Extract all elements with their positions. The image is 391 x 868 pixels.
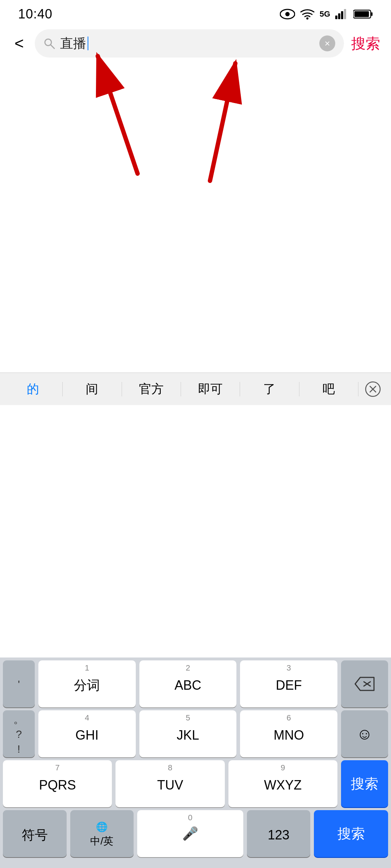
search-button[interactable]: 搜索	[351, 34, 380, 54]
key-zhong[interactable]: 🌐 中/英	[70, 810, 134, 857]
key-punct-1[interactable]: '	[3, 660, 35, 707]
key-fuho[interactable]: 符号	[3, 810, 67, 857]
svg-rect-3	[335, 16, 337, 19]
key-tuv[interactable]: 8 TUV	[115, 760, 224, 807]
key-abc[interactable]: 2 ABC	[139, 660, 237, 707]
keyboard: ' 1 分词 2 ABC 3 DEF	[0, 658, 391, 868]
wifi-icon	[300, 8, 315, 20]
search-icon	[43, 38, 55, 49]
suggestion-item-1[interactable]: 间	[63, 377, 121, 401]
key-search-bottom[interactable]: 搜索	[314, 810, 388, 857]
status-time: 10:40	[18, 7, 52, 22]
backspace-icon	[354, 676, 375, 692]
key-jkl[interactable]: 5 JKL	[139, 710, 237, 757]
key-delete[interactable]	[341, 660, 388, 707]
status-icons: 5G	[280, 8, 373, 20]
signal-bars	[335, 9, 348, 20]
svg-rect-5	[341, 11, 343, 19]
search-input[interactable]: 直播	[60, 35, 314, 52]
key-space[interactable]: 0 🎤	[137, 810, 243, 857]
suggestion-item-5[interactable]: 吧	[299, 377, 358, 401]
suggestion-item-4[interactable]: 了	[240, 377, 299, 401]
signal-5g: 5G	[320, 9, 330, 19]
text-cursor	[88, 37, 88, 50]
keyboard-row-4: 符号 🌐 中/英 0 🎤 123 搜索	[0, 807, 391, 868]
status-bar: 10:40 5G	[0, 0, 391, 25]
clear-button[interactable]: ×	[319, 35, 335, 51]
svg-line-11	[51, 45, 54, 48]
suggestion-item-0[interactable]: 的	[4, 377, 62, 401]
eye-icon	[280, 8, 295, 20]
key-123[interactable]: 123	[247, 810, 311, 857]
key-fenci[interactable]: 1 分词	[38, 660, 136, 707]
keyboard-row-3: 7 PQRS 8 TUV 9 WXYZ 搜索	[0, 757, 391, 807]
key-ghi[interactable]: 4 GHI	[38, 710, 136, 757]
svg-point-2	[306, 17, 308, 20]
svg-rect-8	[371, 12, 373, 16]
keyboard-suggestions: 的 间 官方 即可 了 吧	[0, 373, 391, 405]
key-pqrs[interactable]: 7 PQRS	[3, 760, 112, 807]
back-button[interactable]: <	[11, 32, 28, 55]
svg-line-14	[98, 56, 138, 174]
svg-rect-4	[338, 13, 340, 19]
suggestion-delete-button[interactable]	[358, 381, 387, 397]
svg-rect-9	[354, 11, 369, 17]
key-emoji[interactable]: ☺	[341, 710, 388, 757]
key-def[interactable]: 3 DEF	[240, 660, 337, 707]
keyboard-row-2: 。 ? ! 4 GHI 5 JKL 6 MNO ☺	[0, 707, 391, 757]
suggestion-item-2[interactable]: 官方	[122, 377, 181, 401]
svg-rect-6	[344, 9, 346, 19]
svg-line-15	[210, 63, 235, 181]
svg-point-1	[285, 12, 290, 16]
search-bar-row: < 直播 × 搜索	[0, 25, 391, 61]
mic-icon: 🎤	[182, 826, 198, 841]
key-search-right[interactable]: 搜索	[341, 760, 388, 807]
search-box[interactable]: 直播 ×	[35, 29, 344, 58]
keyboard-row-1: ' 1 分词 2 ABC 3 DEF	[0, 658, 391, 707]
key-mno[interactable]: 6 MNO	[240, 710, 337, 757]
suggestion-item-3[interactable]: 即可	[181, 377, 240, 401]
key-punct-2[interactable]: 。 ? !	[3, 710, 35, 757]
key-wxyz[interactable]: 9 WXYZ	[228, 760, 337, 807]
battery-icon	[353, 9, 373, 19]
